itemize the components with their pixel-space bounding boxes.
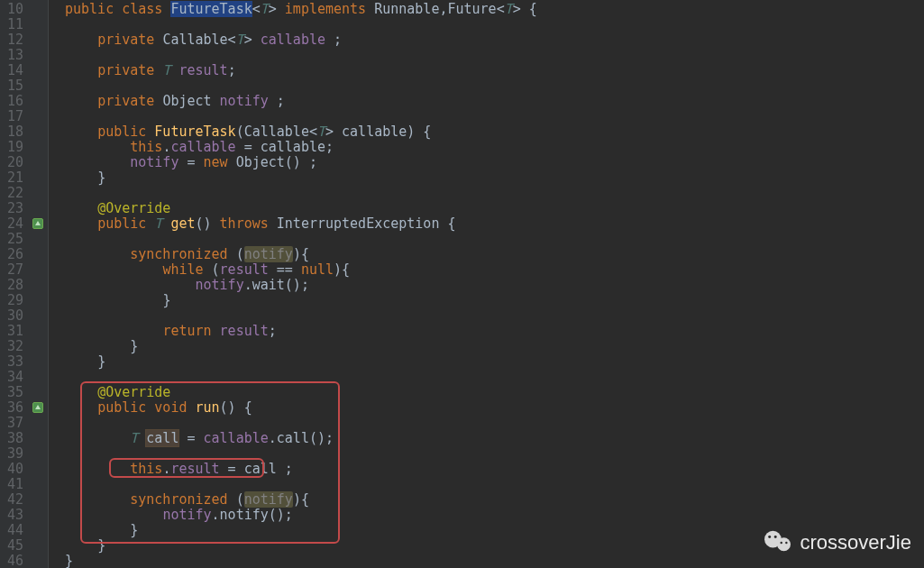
token: Runnable (374, 1, 439, 17)
line-number: 31 (4, 324, 23, 339)
code-line[interactable]: while (result == null){ (65, 262, 924, 278)
code-line[interactable]: public void run() { (65, 400, 924, 416)
token: > (244, 32, 261, 48)
code-line[interactable]: T call = callable.call(); (65, 431, 924, 446)
token: null (301, 261, 334, 278)
svg-point-2 (768, 536, 771, 538)
code-line[interactable]: } (65, 339, 924, 354)
token: this (130, 139, 162, 155)
token: = call ; (220, 461, 293, 477)
code-line[interactable]: this.result = call ; (65, 462, 924, 477)
token: private (97, 32, 162, 48)
token: run (196, 399, 220, 416)
code-line[interactable] (65, 308, 924, 324)
code-line[interactable] (65, 446, 924, 462)
token (65, 537, 97, 554)
code-line[interactable] (65, 109, 924, 124)
override-marker-icon[interactable] (32, 402, 43, 413)
token (65, 338, 130, 354)
token: ; (334, 32, 342, 48)
line-number: 38 (4, 431, 23, 446)
token (65, 154, 130, 170)
token: .notify(); (212, 507, 293, 523)
token: T (154, 215, 170, 232)
token: < (497, 1, 505, 17)
token (65, 399, 97, 416)
watermark-text: crossoverJie (800, 535, 911, 550)
token: result (220, 323, 269, 339)
code-line[interactable]: synchronized (notify){ (65, 492, 924, 508)
token (65, 261, 162, 278)
token: callable (170, 139, 235, 155)
token (65, 124, 97, 140)
code-line[interactable]: private Object notify ; (65, 94, 924, 109)
token (65, 93, 97, 109)
code-line[interactable]: notify.notify(); (65, 508, 924, 523)
code-editor[interactable]: 1011121314151617181920212223242526272829… (0, 0, 924, 568)
code-line[interactable]: } (65, 554, 924, 568)
code-line[interactable]: public FutureTask(Callable<T> callable) … (65, 124, 924, 140)
code-line[interactable]: notify = new Object() ; (65, 155, 924, 170)
code-line[interactable]: } (65, 354, 924, 370)
code-line[interactable]: } (65, 170, 924, 186)
code-line[interactable]: this.callable = callable; (65, 140, 924, 155)
token: ( (236, 246, 244, 262)
code-line[interactable]: } (65, 293, 924, 308)
code-line[interactable]: @Override (65, 201, 924, 216)
token: public void (97, 399, 195, 416)
token (65, 246, 130, 262)
token (65, 62, 97, 78)
line-number: 36 (4, 400, 23, 416)
token: } (130, 338, 138, 354)
line-number: 35 (4, 385, 23, 400)
token: Object (162, 93, 219, 109)
override-marker-icon[interactable] (32, 218, 43, 229)
code-area[interactable]: public class FutureTask<T> implements Ru… (58, 0, 924, 568)
code-line[interactable]: public class FutureTask<T> implements Ru… (65, 2, 924, 17)
line-number: 18 (4, 124, 23, 140)
token: this (130, 461, 162, 477)
token (65, 323, 162, 339)
code-line[interactable]: @Override (65, 385, 924, 400)
code-line[interactable]: notify.wait(); (65, 278, 924, 293)
token (65, 461, 130, 477)
token: ; (269, 323, 277, 339)
line-number: 41 (4, 477, 23, 492)
line-number: 13 (4, 48, 23, 63)
token: notify (244, 246, 293, 262)
token: } (130, 522, 138, 538)
code-line[interactable]: private Callable<T> callable ; (65, 32, 924, 48)
line-number: 37 (4, 416, 23, 431)
line-number: 32 (4, 339, 23, 354)
token (65, 491, 130, 508)
code-line[interactable] (65, 232, 924, 247)
code-line[interactable]: public T get() throws InterruptedExcepti… (65, 216, 924, 232)
token: } (97, 353, 105, 370)
line-number: 21 (4, 170, 23, 186)
token: .wait(); (244, 277, 309, 293)
svg-point-1 (777, 537, 791, 551)
token: } (162, 292, 170, 308)
token: } (97, 537, 105, 554)
line-number: 14 (4, 63, 23, 78)
token: ; (228, 62, 236, 78)
code-line[interactable] (65, 477, 924, 492)
code-line[interactable] (65, 370, 924, 385)
line-number: 44 (4, 523, 23, 538)
token (65, 169, 97, 186)
token: private (97, 62, 162, 78)
code-line[interactable]: synchronized (notify){ (65, 247, 924, 262)
wechat-icon (763, 529, 793, 555)
line-number: 25 (4, 232, 23, 247)
marker-gutter (31, 0, 49, 568)
code-line[interactable] (65, 186, 924, 201)
code-line[interactable]: return result; (65, 324, 924, 339)
fold-gutter (49, 0, 58, 568)
code-line[interactable] (65, 48, 924, 63)
code-line[interactable] (65, 17, 924, 32)
token: notify (244, 491, 293, 508)
code-line[interactable] (65, 78, 924, 94)
code-line[interactable]: private T result; (65, 63, 924, 78)
code-line[interactable] (65, 416, 924, 431)
token: Callable< (162, 32, 235, 48)
